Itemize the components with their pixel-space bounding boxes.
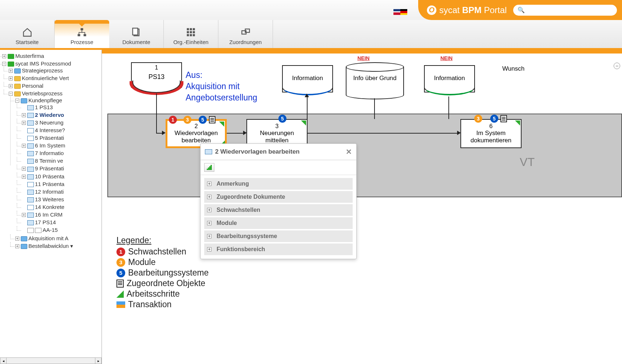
legend-row-objekte: Zugeordnete Objekte [116, 278, 209, 288]
tree-node-strategie[interactable]: +Strategieprozess [9, 67, 102, 74]
tab-startseite[interactable]: Startseite [0, 20, 55, 48]
tree-node-ims[interactable]: −sycat IMS Prozessmod +Strategieprozess … [2, 60, 102, 252]
transaction-icon [116, 301, 125, 308]
connector [308, 133, 459, 134]
connector [307, 96, 308, 119]
tab-zuordnungen[interactable]: Zuordnungen [218, 20, 273, 48]
tree-node-kundenpflege[interactable]: −Kundenpflege 1 PS13 +2 Wiedervo +3 Neue… [15, 96, 102, 234]
tab-dokumente[interactable]: Dokumente [109, 20, 164, 48]
tree-node-16[interactable]: +16 Im CRM [22, 211, 102, 218]
tree-node-14[interactable]: 14 Konkrete [22, 203, 102, 211]
tree-node-bestell[interactable]: +Bestellabwicklun ▾ [15, 242, 102, 250]
tree-node-personal[interactable]: +Personal [9, 82, 102, 90]
tree-node-3[interactable]: +3 Neuerung [22, 119, 102, 126]
tree-node-6[interactable]: +6 Im System [22, 142, 102, 149]
scroll-right-button[interactable]: ▸ [95, 357, 102, 364]
legend-row-module: 3Module [116, 257, 209, 267]
step-icon [27, 167, 34, 172]
popup-row-anmerkung[interactable]: +Anmerkung [204, 178, 353, 190]
scroll-track[interactable] [7, 357, 95, 364]
step-indicator-icon [219, 122, 224, 127]
close-button[interactable]: ✕ [346, 147, 352, 156]
objects-icon [500, 115, 507, 122]
step-icon [27, 190, 34, 195]
svg-rect-1 [78, 34, 80, 36]
tree-node-akquisition[interactable]: +Akquisition mit A [15, 234, 102, 242]
vt-label: VT [520, 155, 535, 169]
process-icon [8, 62, 14, 67]
objects-icon [116, 280, 124, 288]
shape-information-1[interactable]: Information [282, 65, 333, 92]
tree-node-7[interactable]: 7 Informatio [22, 149, 102, 157]
zoom-out-button[interactable]: − [614, 63, 620, 69]
tab-label: Dokumente [122, 39, 150, 45]
tree-node-4[interactable]: 4 Interesse? [22, 126, 102, 134]
shape-info-grund[interactable]: Info über Grund [346, 67, 404, 95]
step-icon [27, 143, 34, 149]
popup-row-dokumente[interactable]: +Zugeordnete Dokumente [204, 191, 353, 203]
search-box[interactable]: 🔍 [513, 5, 617, 16]
tree-node-10[interactable]: +10 Präsenta [22, 173, 102, 180]
svg-rect-9 [190, 31, 192, 33]
popup-tab-steps[interactable] [204, 163, 214, 172]
popup-row-funktionsbereich[interactable]: +Funktionsbereich [204, 244, 353, 255]
tree-node-17[interactable]: 17 PS14 [22, 218, 102, 226]
step-icon [27, 120, 34, 126]
popup-row-schwachstellen[interactable]: +Schwachstellen [204, 204, 353, 216]
task-6-im-system[interactable]: 6 Im System dokumentieren 3 5 [460, 119, 522, 148]
folder-icon [14, 84, 21, 89]
tab-prozesse[interactable]: Prozesse [55, 20, 109, 48]
diagram-canvas[interactable]: − VT NEIN NEIN 1 PS13 Aus: Akquisition m… [102, 50, 622, 364]
document-icon [27, 228, 34, 233]
badge-bearbeitungssysteme: 5 [278, 115, 286, 123]
shape-wunsch[interactable]: Wunsch [502, 65, 524, 72]
step-icon [27, 128, 34, 133]
horizontal-scrollbar[interactable]: ◂ ▸ [0, 357, 102, 364]
arrow-head-icon [457, 131, 461, 135]
tree-node-11[interactable]: 11 Präsenta [22, 180, 102, 188]
tree-node-5[interactable]: 5 Präsentati [22, 134, 102, 142]
objects-icon [209, 116, 215, 123]
tree-node-8[interactable]: 8 Termin ve [22, 157, 102, 165]
svg-rect-4 [132, 28, 138, 35]
nein-label: NEIN [440, 55, 452, 61]
expand-icon: + [207, 195, 211, 199]
tree-node-vertrieb[interactable]: −Vertriebsprozess −Kundenpflege 1 PS13 +… [9, 90, 102, 251]
tree-node-1[interactable]: 1 PS13 [22, 103, 102, 111]
step-indicator-icon [301, 120, 306, 126]
shape-ps13[interactable]: 1 PS13 [131, 62, 182, 88]
tree-node-aa15[interactable]: AA-15 [22, 226, 102, 234]
step-icon [27, 136, 34, 141]
svg-rect-6 [190, 28, 192, 30]
language-flags[interactable] [393, 9, 407, 15]
tree-sidebar[interactable]: +Musterfirma −sycat IMS Prozessmod +Stra… [0, 50, 102, 364]
step-icon [205, 149, 212, 154]
badge-icon: 1 [116, 248, 125, 256]
assign-icon [240, 27, 251, 37]
tree-node-kontinuierliche[interactable]: +Kontinuierliche Vert [9, 74, 102, 82]
tree-node-2[interactable]: +2 Wiedervo [22, 111, 102, 119]
step-icon [27, 105, 34, 110]
shape-information-2[interactable]: Information [424, 65, 475, 92]
tab-label: Zuordnungen [229, 39, 262, 45]
flow-icon [14, 68, 21, 74]
svg-rect-11 [187, 34, 189, 36]
tab-orgeinheiten[interactable]: Org.-Einheiten [164, 20, 218, 48]
popup-list: +Anmerkung +Zugeordnete Dokumente +Schwa… [201, 175, 356, 259]
legend-row-bearbeitungssysteme: 5Bearbeitungssysteme [116, 268, 209, 278]
home-icon [22, 27, 33, 37]
popup-row-module[interactable]: +Module [204, 217, 353, 229]
search-input[interactable] [527, 5, 613, 16]
svg-rect-12 [190, 34, 192, 36]
scroll-left-button[interactable]: ◂ [0, 357, 7, 364]
legend-row-arbeitsschritte: Arbeitsschritte [116, 289, 209, 299]
popup-row-bearbeitungssysteme[interactable]: +Bearbeitungssysteme [204, 230, 353, 242]
tree-node-13[interactable]: 13 Weiteres [22, 195, 102, 203]
orange-strip [102, 50, 622, 54]
tree-node-9[interactable]: +9 Präsentati [22, 165, 102, 172]
flow-icon [21, 236, 27, 241]
arrow-head-icon [162, 131, 166, 135]
brand-bar: O sycat BPM Portal 🔍 [418, 0, 622, 20]
tree-node-12[interactable]: 12 Informati [22, 188, 102, 195]
tree-node-musterfirma[interactable]: +Musterfirma [2, 52, 102, 60]
